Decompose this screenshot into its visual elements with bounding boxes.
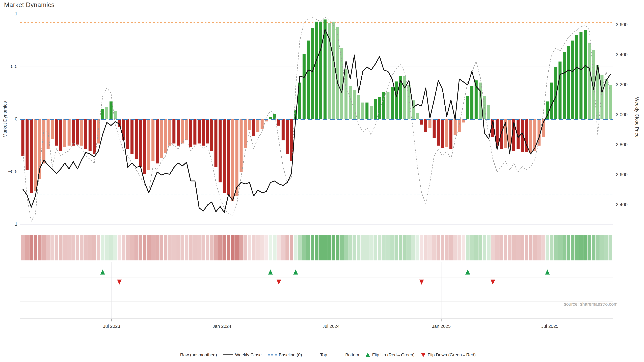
close-line-swatch-icon [224,355,233,355]
svg-text:0.5: 0.5 [11,64,18,69]
svg-text:1: 1 [15,11,18,16]
legend-item-baseline[interactable]: Baseline (0) [268,352,302,358]
svg-text:Jul 2023: Jul 2023 [103,324,120,329]
svg-text:−0.5: −0.5 [8,169,18,174]
legend-item-weekly-close[interactable]: Weekly Close [224,352,262,358]
svg-text:2,800: 2,800 [616,142,628,147]
chart-canvas: Jul 2023Jan 2024Jul 2024Jan 2025Jul 2025… [0,0,644,362]
legend-item-raw[interactable]: Raw (unsmoothed) [168,352,217,358]
legend-item-top[interactable]: Top [308,352,327,358]
legend-label: Raw (unsmoothed) [180,352,217,358]
svg-text:Jul 2025: Jul 2025 [541,324,558,329]
legend-label: Flip Up (Red→Green) [372,352,414,358]
legend-label: Baseline (0) [279,352,302,358]
svg-text:Jan 2025: Jan 2025 [432,324,451,329]
flip-up-triangle-icon [366,353,370,357]
market-dynamics-page: Market Dynamics Market Dynamics Weekly C… [0,0,644,362]
svg-text:2,600: 2,600 [616,172,628,177]
svg-text:−1: −1 [12,221,18,227]
legend-item-flip-up[interactable]: Flip Up (Red→Green) [366,352,414,358]
legend-item-flip-down[interactable]: Flip Down (Green→Red) [421,352,476,358]
legend-label: Top [320,352,327,358]
source-attribution: source: sharemaestro.com [564,302,618,307]
svg-text:Jan 2024: Jan 2024 [213,324,231,329]
legend-label: Weekly Close [235,352,262,358]
legend: Raw (unsmoothed) Weekly Close Baseline (… [0,352,644,358]
svg-text:3,600: 3,600 [616,22,628,27]
svg-text:3,200: 3,200 [616,82,628,87]
top-line-swatch-icon [308,355,318,355]
svg-text:0: 0 [15,116,18,121]
baseline-swatch-icon [268,355,277,356]
svg-text:2,400: 2,400 [616,202,628,207]
flip-down-triangle-icon [421,353,426,357]
svg-text:3,400: 3,400 [616,52,628,57]
bottom-line-swatch-icon [334,355,343,355]
legend-item-bottom[interactable]: Bottom [334,352,359,358]
svg-text:3,000: 3,000 [616,112,628,117]
svg-text:Jul 2024: Jul 2024 [322,324,340,329]
legend-label: Flip Down (Green→Red) [428,352,476,358]
raw-line-swatch-icon [168,355,178,355]
legend-label: Bottom [345,352,359,358]
